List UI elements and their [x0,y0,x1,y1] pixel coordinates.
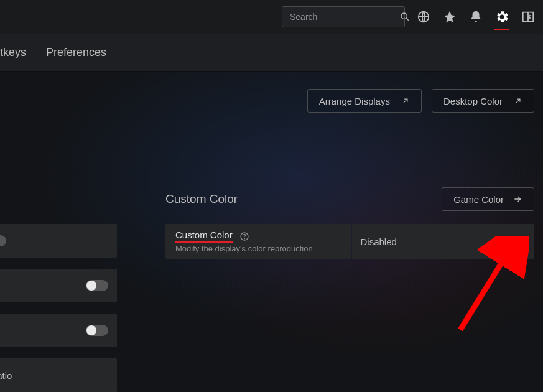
left-partial-panel: ted ect ratio [0,224,117,392]
svg-point-6 [244,238,244,238]
arrange-displays-button[interactable]: Arrange Displays [307,89,422,113]
help-icon[interactable] [239,231,250,242]
topbar [0,0,543,34]
left-card-1[interactable]: ted [0,224,117,258]
custom-color-section-header: Custom Color Game Color [165,187,534,211]
status-label: Disabled [361,236,397,247]
left-card-4-frag: ect ratio [0,370,12,381]
custom-color-toggle[interactable] [503,236,526,247]
toggle-knob [504,236,514,246]
arrange-displays-label: Arrange Displays [319,96,390,106]
open-icon [401,96,410,105]
search-input[interactable] [289,11,400,22]
left-toggle-3[interactable] [86,325,108,336]
search-icon [400,9,410,24]
left-card-2[interactable] [0,269,117,302]
tab-hotkeys[interactable]: otkeys [0,46,39,59]
gear-icon[interactable] [494,9,509,24]
desktop-color-button[interactable]: Desktop Color [432,89,534,113]
open-icon [514,96,522,105]
bell-icon[interactable] [468,9,483,24]
custom-color-label: Custom Color [175,230,233,243]
left-card-3[interactable] [0,314,117,347]
arrow-right-icon [513,194,522,204]
custom-color-subtitle: Modify the display's color reproduction [175,244,313,253]
display-actions: Arrange Displays Desktop Color [0,72,543,113]
game-color-button[interactable]: Game Color [442,187,534,211]
search-box[interactable] [282,6,405,27]
globe-icon[interactable] [416,9,431,24]
left-toggle-2[interactable] [86,280,108,291]
panel-exit-icon[interactable] [521,9,536,24]
custom-color-card[interactable]: Custom Color Modify the display's color … [165,224,351,259]
game-color-label: Game Color [453,194,504,205]
svg-point-0 [401,13,407,19]
custom-color-status-card[interactable]: Disabled [352,224,535,259]
section-title: Custom Color [165,192,238,206]
tab-preferences[interactable]: Preferences [46,46,119,59]
star-icon[interactable] [442,9,457,24]
subnav: otkeys Preferences [0,34,543,72]
custom-color-row: Custom Color Modify the display's color … [165,224,534,259]
desktop-color-label: Desktop Color [443,96,503,106]
left-toggle-1[interactable] [0,235,6,246]
svg-line-1 [406,18,409,21]
left-card-4[interactable]: ect ratio [0,358,117,392]
